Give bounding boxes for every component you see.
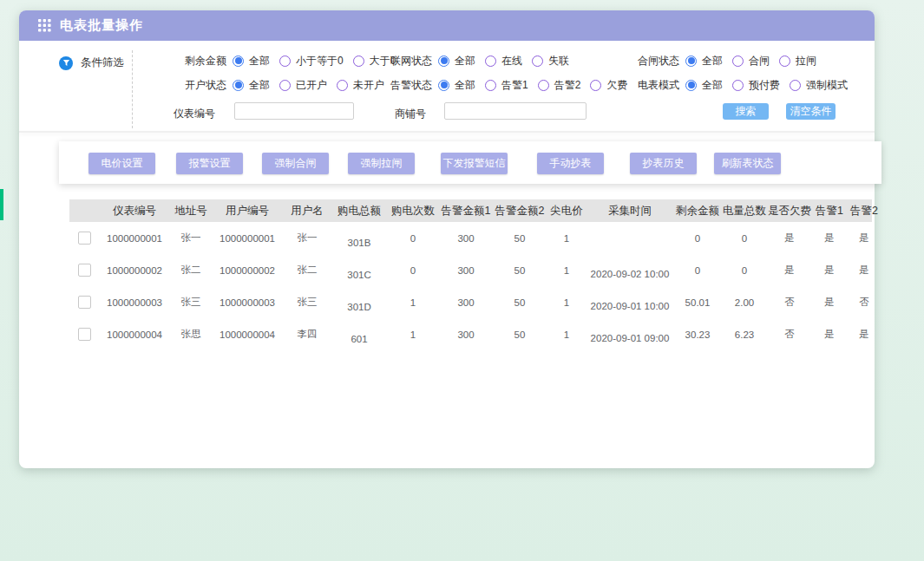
table-cell: 是 xyxy=(812,296,847,309)
radio-option-5-2[interactable]: 强制模式 xyxy=(790,78,848,93)
radio-icon[interactable] xyxy=(538,80,549,91)
radio-option-0-2[interactable]: 大于0 xyxy=(353,54,396,68)
action-button-send-alarm-sms[interactable]: 下发报警短信 xyxy=(441,153,508,174)
action-button-meter-reading-history[interactable]: 抄表历史 xyxy=(630,153,697,174)
table-cell: 50 xyxy=(493,297,547,308)
table-cell: 李四 xyxy=(283,328,331,341)
radio-option-label: 全部 xyxy=(702,54,723,68)
table-cell: 0 xyxy=(722,233,767,244)
filter-section-label: 条件筛选 xyxy=(81,55,124,70)
radio-option-1-0[interactable]: 全部 xyxy=(233,78,270,93)
radio-option-3-2[interactable]: 告警2 xyxy=(538,78,581,93)
radio-icon[interactable] xyxy=(485,80,496,91)
column-header: 购电次数 xyxy=(387,204,439,219)
radio-selected-icon[interactable] xyxy=(438,80,449,91)
radio-option-0-1[interactable]: 小于等于0 xyxy=(279,54,344,68)
radio-icon[interactable] xyxy=(337,80,348,91)
radio-selected-icon[interactable] xyxy=(233,55,244,67)
radio-icon[interactable] xyxy=(532,55,543,67)
radio-option-5-0[interactable]: 全部 xyxy=(685,78,723,93)
clear-conditions-button[interactable]: 清空条件 xyxy=(786,103,836,120)
column-header: 用户编号 xyxy=(212,204,283,219)
grid-menu-icon[interactable] xyxy=(38,19,51,32)
column-header: 尖电价 xyxy=(547,204,587,219)
radio-option-label: 已开户 xyxy=(296,78,327,93)
table-cell: 301D xyxy=(331,302,387,312)
row-checkbox[interactable] xyxy=(78,232,91,245)
filter-icon xyxy=(59,56,73,70)
meter-number-input[interactable] xyxy=(234,102,354,120)
table-cell: 张思 xyxy=(170,328,212,341)
table-cell: 2.00 xyxy=(722,297,767,308)
radio-option-label: 告警2 xyxy=(554,78,581,93)
table-cell: 300 xyxy=(439,265,493,276)
filter-group-label: 剩余金额 xyxy=(185,54,226,68)
row-checkbox[interactable] xyxy=(78,264,91,277)
table-cell: 1000000004 xyxy=(212,329,283,340)
radio-icon[interactable] xyxy=(732,80,744,91)
table-cell: 是 xyxy=(812,328,847,341)
table-cell: 50.01 xyxy=(673,297,722,308)
table-cell: 2020-09-01 09:00 xyxy=(587,333,673,343)
action-button-alarm-settings[interactable]: 报警设置 xyxy=(176,153,243,174)
filter-group-4: 合闸状态全部合闸拉闸 xyxy=(638,49,857,73)
radio-icon[interactable] xyxy=(353,55,364,67)
filter-column-0: 剩余金额全部小于等于0大于0开户状态全部已开户未开户 xyxy=(185,49,390,97)
table-row: 1000000001张一1000000001张一301B030050100是是是 xyxy=(69,222,872,254)
radio-option-2-2[interactable]: 失联 xyxy=(532,54,569,68)
table-cell: 否 xyxy=(767,328,812,341)
table-cell: 301B xyxy=(331,238,387,248)
row-checkbox-cell xyxy=(69,296,99,309)
radio-icon[interactable] xyxy=(485,55,496,67)
table-cell: 否 xyxy=(767,296,812,309)
table-row: 1000000002张二1000000002张二301C03005012020-… xyxy=(69,254,872,286)
table-cell: 300 xyxy=(439,233,493,244)
radio-selected-icon[interactable] xyxy=(685,80,697,91)
radio-selected-icon[interactable] xyxy=(685,55,697,67)
radio-icon[interactable] xyxy=(590,80,601,91)
action-button-refresh-meter-status[interactable]: 刷新表状态 xyxy=(714,153,781,174)
radio-option-4-0[interactable]: 全部 xyxy=(685,54,723,68)
radio-option-5-1[interactable]: 预付费 xyxy=(732,78,780,93)
row-checkbox[interactable] xyxy=(78,328,91,341)
radio-option-4-1[interactable]: 合闸 xyxy=(732,54,770,68)
radio-option-3-1[interactable]: 告警1 xyxy=(485,78,528,93)
radio-selected-icon[interactable] xyxy=(438,55,449,67)
radio-option-4-2[interactable]: 拉闸 xyxy=(779,54,816,68)
action-button-price-settings[interactable]: 电价设置 xyxy=(88,153,155,174)
radio-option-0-0[interactable]: 全部 xyxy=(233,54,270,68)
action-button-manual-meter-reading[interactable]: 手动抄表 xyxy=(537,153,604,174)
radio-option-label: 拉闸 xyxy=(796,54,816,68)
radio-icon[interactable] xyxy=(779,55,790,67)
table-header-row: 仪表编号地址号用户编号用户名购电总额购电次数告警金额1告警金额2尖电价采集时间剩… xyxy=(69,199,872,222)
radio-icon[interactable] xyxy=(732,55,744,67)
action-button-force-open-switch[interactable]: 强制拉闸 xyxy=(348,153,415,174)
radio-option-1-1[interactable]: 已开户 xyxy=(279,78,327,93)
filter-section-header: 条件筛选 xyxy=(59,55,124,70)
radio-option-3-3[interactable]: 欠费 xyxy=(590,78,627,93)
filter-group-label: 电表模式 xyxy=(638,78,679,93)
column-header: 告警1 xyxy=(812,204,847,219)
search-button[interactable]: 搜索 xyxy=(723,103,769,120)
radio-option-label: 全部 xyxy=(249,78,270,93)
table-cell: 是 xyxy=(767,232,812,245)
shop-number-input[interactable] xyxy=(444,102,587,120)
radio-option-2-0[interactable]: 全部 xyxy=(438,54,475,68)
table-cell: 1000000001 xyxy=(212,233,283,244)
row-checkbox[interactable] xyxy=(78,296,91,309)
radio-selected-icon[interactable] xyxy=(233,80,244,91)
radio-option-2-1[interactable]: 在线 xyxy=(485,54,522,68)
table-cell: 是 xyxy=(847,232,881,245)
radio-option-3-0[interactable]: 全部 xyxy=(438,78,475,93)
table-cell: 300 xyxy=(439,297,493,308)
title-bar: 电表批量操作 xyxy=(19,10,875,41)
radio-option-1-2[interactable]: 未开户 xyxy=(337,78,384,93)
radio-option-label: 全部 xyxy=(249,54,270,68)
table-cell: 否 xyxy=(847,296,881,309)
radio-icon[interactable] xyxy=(790,80,801,91)
radio-icon[interactable] xyxy=(279,80,291,91)
radio-option-label: 合闸 xyxy=(749,54,770,68)
radio-icon[interactable] xyxy=(279,55,291,67)
radio-option-label: 告警1 xyxy=(501,78,528,93)
action-button-force-close-switch[interactable]: 强制合闸 xyxy=(262,153,329,174)
